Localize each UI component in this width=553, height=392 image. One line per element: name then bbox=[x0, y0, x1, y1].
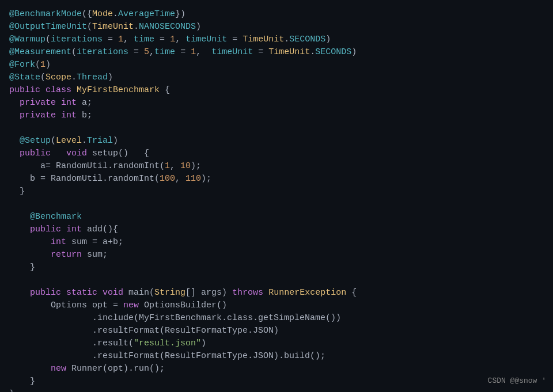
code-line: a= RandomUtil.randomInt(1, 10); bbox=[9, 160, 544, 173]
code-line bbox=[9, 274, 544, 287]
code-line: @State(Scope.Thread) bbox=[9, 71, 544, 84]
code-line: } bbox=[9, 185, 544, 198]
code-line: .include(MyFirstBenchmark.class.getSimpl… bbox=[9, 312, 544, 325]
code-line bbox=[9, 198, 544, 211]
code-line: } bbox=[9, 261, 544, 274]
code-line: public int add(){ bbox=[9, 223, 544, 236]
code-line: @Fork(1) bbox=[9, 59, 544, 71]
code-line: @Benchmark bbox=[9, 211, 544, 223]
code-line: return sum; bbox=[9, 249, 544, 261]
code-line: .result("result.json") bbox=[9, 337, 544, 350]
code-line: public void setup() { bbox=[9, 147, 544, 160]
code-line: } bbox=[9, 375, 544, 388]
code-line: @Measurement(iterations = 5,time = 1, ti… bbox=[9, 46, 544, 59]
code-line: @BenchmarkMode({Mode.AverageTime}) bbox=[9, 8, 544, 21]
code-line bbox=[9, 122, 544, 135]
code-line: new Runner(opt).run(); bbox=[9, 363, 544, 375]
code-block: @BenchmarkMode({Mode.AverageTime})@Outpu… bbox=[9, 8, 544, 392]
code-line: } bbox=[9, 388, 544, 392]
code-line: b = RandomUtil.randomInt(100, 110); bbox=[9, 173, 544, 185]
code-line: @OutputTimeUnit(TimeUnit.NANOSECONDS) bbox=[9, 21, 544, 33]
code-line: private int a; bbox=[9, 97, 544, 109]
code-line: .resultFormat(ResultFormatType.JSON).bui… bbox=[9, 350, 544, 363]
code-line: Options opt = new OptionsBuilder() bbox=[9, 299, 544, 312]
code-container: @BenchmarkMode({Mode.AverageTime})@Outpu… bbox=[0, 0, 553, 392]
code-line: .resultFormat(ResultFormatType.JSON) bbox=[9, 325, 544, 337]
code-line: int sum = a+b; bbox=[9, 236, 544, 249]
code-line: public static void main(String[] args) t… bbox=[9, 287, 544, 299]
code-line: private int b; bbox=[9, 109, 544, 122]
code-line: public class MyFirstBenchmark { bbox=[9, 84, 544, 97]
watermark: CSDN @@snow ' bbox=[488, 376, 546, 385]
code-line: @Warmup(iterations = 1, time = 1, timeUn… bbox=[9, 33, 544, 46]
code-line: @Setup(Level.Trial) bbox=[9, 135, 544, 147]
